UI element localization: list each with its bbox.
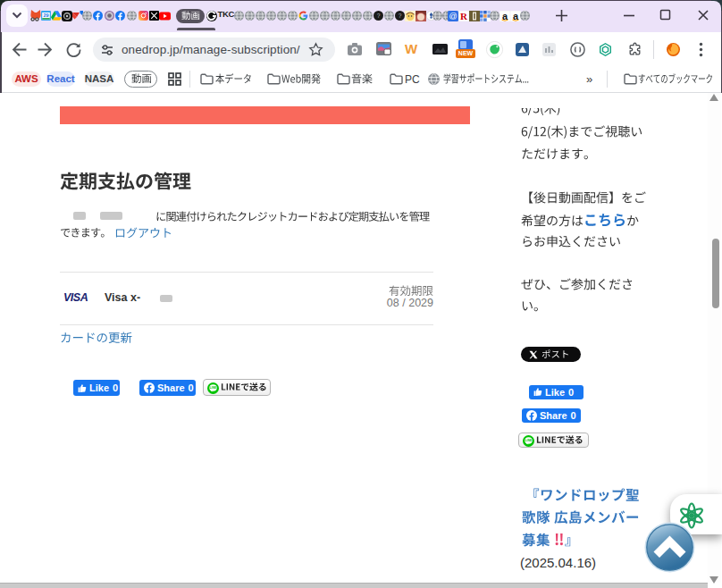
svg-text:29: 29	[43, 13, 48, 18]
svg-text:R: R	[460, 11, 468, 21]
svg-text:LINE: LINE	[209, 386, 216, 390]
svg-text:VISA: VISA	[63, 292, 88, 302]
svg-text:?: ?	[398, 13, 401, 19]
svg-text:LINE: LINE	[525, 439, 532, 442]
svg-text:a: a	[512, 11, 518, 21]
svg-text:@: @	[449, 12, 457, 21]
svg-text:a: a	[501, 11, 508, 21]
svg-text:?: ?	[376, 13, 380, 19]
